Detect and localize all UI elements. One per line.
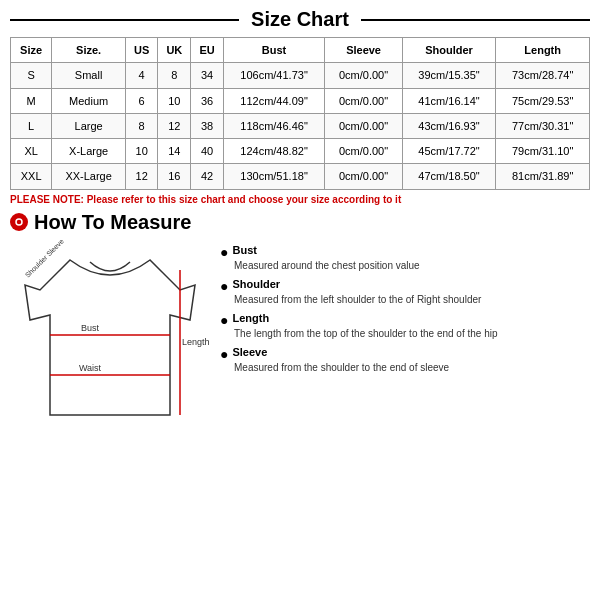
table-cell: 0cm/0.00" xyxy=(325,113,402,138)
size-table: SizeSize.USUKEUBustSleeveShoulderLength … xyxy=(10,37,590,190)
bullet-icon: ● xyxy=(220,347,228,361)
table-cell: X-Large xyxy=(52,139,126,164)
table-row: SSmall4834106cm/41.73"0cm/0.00"39cm/15.3… xyxy=(11,63,590,88)
table-cell: 12 xyxy=(158,113,191,138)
table-cell: 124cm/48.82" xyxy=(223,139,325,164)
table-body: SSmall4834106cm/41.73"0cm/0.00"39cm/15.3… xyxy=(11,63,590,189)
please-note-label: PLEASE NOTE: xyxy=(10,194,84,205)
table-header-cell: UK xyxy=(158,38,191,63)
table-cell: 39cm/15.35" xyxy=(402,63,496,88)
shirt-svg: Bust Waist Length Shoulder Sleeve xyxy=(10,240,210,440)
table-cell: 118cm/46.46" xyxy=(223,113,325,138)
table-header-cell: US xyxy=(126,38,158,63)
table-header-row: SizeSize.USUKEUBustSleeveShoulderLength xyxy=(11,38,590,63)
measure-desc: Measured around the chest position value xyxy=(234,259,590,272)
shirt-diagram: Bust Waist Length Shoulder Sleeve xyxy=(10,240,210,440)
table-cell: 130cm/51.18" xyxy=(223,164,325,189)
table-row: MMedium61036112cm/44.09"0cm/0.00"41cm/16… xyxy=(11,88,590,113)
measure-bullet-row: ● Length xyxy=(220,312,590,327)
measure-title: Sleeve xyxy=(232,346,267,358)
measure-desc: Measured from the left shoulder to the o… xyxy=(234,293,590,306)
table-cell: 79cm/31.10" xyxy=(496,139,590,164)
please-note-text: Please refer to this size chart and choo… xyxy=(87,194,402,205)
svg-text:Bust: Bust xyxy=(81,323,100,333)
bottom-section: Bust Waist Length Shoulder Sleeve ● Bust… xyxy=(10,240,590,440)
table-cell: 0cm/0.00" xyxy=(325,63,402,88)
table-cell: Small xyxy=(52,63,126,88)
bullet-icon: ● xyxy=(220,313,228,327)
table-cell: 34 xyxy=(191,63,223,88)
table-cell: 36 xyxy=(191,88,223,113)
measure-item: ● Shoulder Measured from the left should… xyxy=(220,278,590,306)
table-cell: M xyxy=(11,88,52,113)
table-row: XXLXX-Large121642130cm/51.18"0cm/0.00"47… xyxy=(11,164,590,189)
table-cell: XXL xyxy=(11,164,52,189)
table-cell: 12 xyxy=(126,164,158,189)
table-header-cell: Length xyxy=(496,38,590,63)
measure-desc: The length from the top of the shoulder … xyxy=(234,327,590,340)
table-cell: 10 xyxy=(126,139,158,164)
svg-text:Length: Length xyxy=(182,337,210,347)
measure-title: Length xyxy=(232,312,269,324)
svg-text:Shoulder Sleeve: Shoulder Sleeve xyxy=(24,240,65,279)
title-line-right xyxy=(361,19,590,21)
page-title: Size Chart xyxy=(239,8,361,31)
measure-desc: Measured from the shoulder to the end of… xyxy=(234,361,590,374)
table-cell: 0cm/0.00" xyxy=(325,164,402,189)
table-cell: 75cm/29.53" xyxy=(496,88,590,113)
table-cell: 6 xyxy=(126,88,158,113)
table-cell: L xyxy=(11,113,52,138)
table-cell: 8 xyxy=(126,113,158,138)
svg-text:Waist: Waist xyxy=(79,363,102,373)
measure-title: Shoulder xyxy=(232,278,280,290)
please-note: PLEASE NOTE: Please refer to this size c… xyxy=(10,194,590,205)
table-cell: 40 xyxy=(191,139,223,164)
table-cell: 4 xyxy=(126,63,158,88)
table-cell: 45cm/17.72" xyxy=(402,139,496,164)
table-header-cell: Shoulder xyxy=(402,38,496,63)
measure-title: Bust xyxy=(232,244,256,256)
table-cell: 8 xyxy=(158,63,191,88)
table-cell: Large xyxy=(52,113,126,138)
table-cell: S xyxy=(11,63,52,88)
table-cell: Medium xyxy=(52,88,126,113)
table-cell: 77cm/30.31" xyxy=(496,113,590,138)
title-line-left xyxy=(10,19,239,21)
table-cell: 14 xyxy=(158,139,191,164)
measure-bullet-row: ● Bust xyxy=(220,244,590,259)
measure-item: ● Bust Measured around the chest positio… xyxy=(220,244,590,272)
table-row: XLX-Large101440124cm/48.82"0cm/0.00"45cm… xyxy=(11,139,590,164)
table-header-cell: Size xyxy=(11,38,52,63)
table-cell: 112cm/44.09" xyxy=(223,88,325,113)
table-cell: 16 xyxy=(158,164,191,189)
table-cell: 47cm/18.50" xyxy=(402,164,496,189)
table-cell: XL xyxy=(11,139,52,164)
table-header-cell: EU xyxy=(191,38,223,63)
how-to-measure-title-row: How To Measure xyxy=(10,211,590,234)
table-cell: 41cm/16.14" xyxy=(402,88,496,113)
table-cell: 81cm/31.89" xyxy=(496,164,590,189)
size-chart-container: Size Chart SizeSize.USUKEUBustSleeveShou… xyxy=(0,0,600,600)
bullet-icon: ● xyxy=(220,245,228,259)
red-circle-icon xyxy=(10,213,28,231)
measure-bullet-row: ● Sleeve xyxy=(220,346,590,361)
table-header-cell: Bust xyxy=(223,38,325,63)
table-cell: 0cm/0.00" xyxy=(325,139,402,164)
measure-bullet-row: ● Shoulder xyxy=(220,278,590,293)
measurements-list: ● Bust Measured around the chest positio… xyxy=(220,240,590,440)
table-cell: 73cm/28.74" xyxy=(496,63,590,88)
table-header-cell: Size. xyxy=(52,38,126,63)
table-row: LLarge81238118cm/46.46"0cm/0.00"43cm/16.… xyxy=(11,113,590,138)
how-to-measure-heading: How To Measure xyxy=(34,211,191,234)
table-cell: 42 xyxy=(191,164,223,189)
measure-item: ● Sleeve Measured from the shoulder to t… xyxy=(220,346,590,374)
table-cell: 106cm/41.73" xyxy=(223,63,325,88)
table-cell: 43cm/16.93" xyxy=(402,113,496,138)
bullet-icon: ● xyxy=(220,279,228,293)
table-header-cell: Sleeve xyxy=(325,38,402,63)
table-cell: 0cm/0.00" xyxy=(325,88,402,113)
table-cell: 10 xyxy=(158,88,191,113)
measure-item: ● Length The length from the top of the … xyxy=(220,312,590,340)
title-row: Size Chart xyxy=(10,8,590,31)
table-cell: 38 xyxy=(191,113,223,138)
